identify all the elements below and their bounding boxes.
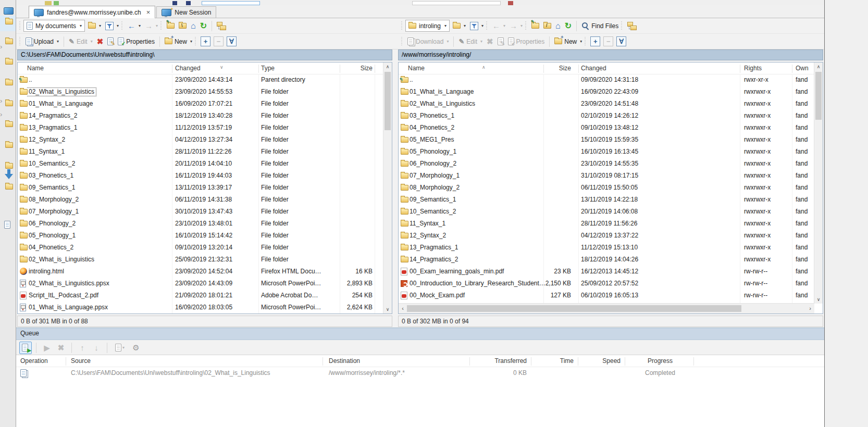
queue-preferences-button[interactable]: ⚙: [130, 342, 142, 354]
file-row[interactable]: 01_What_is_Language 16/09/2020 22:43:09 …: [399, 86, 814, 98]
file-row[interactable]: 13_Pragmatics_1 11/12/2019 13:57:19 File…: [18, 122, 383, 134]
toolbar-grip[interactable]: [525, 21, 527, 31]
toolbar-grip[interactable]: [486, 21, 488, 31]
file-row[interactable]: 07_Morphology_1 30/10/2019 13:47:43 File…: [18, 206, 383, 218]
file-row[interactable]: 05_Phonology_1 16/10/2019 16:13:45 rwxrw…: [399, 146, 814, 158]
file-row[interactable]: 11_Syntax_1 28/11/2019 11:56:26 rwxrwxr-…: [399, 218, 814, 230]
toolbar-grip[interactable]: [621, 21, 623, 31]
column-divider[interactable]: [172, 65, 172, 73]
remote-location-combo[interactable]: introling ▾: [405, 20, 450, 32]
local-root-directory-button[interactable]: \: [177, 20, 189, 32]
file-row[interactable]: 06_Phonology_2 23/10/2019 14:55:35 rwxrw…: [399, 158, 814, 170]
tree-view-button[interactable]: [215, 20, 228, 32]
file-row[interactable]: 14_Pragmatics_2 18/12/2019 14:04:26 rwxr…: [399, 254, 814, 266]
file-row[interactable]: 06_Phonology_2 23/10/2019 13:48:01 File …: [18, 218, 383, 230]
file-row[interactable]: 02_What_is_Linguistics 25/09/2019 21:32:…: [18, 254, 383, 266]
file-row[interactable]: 11_Syntax_1 28/11/2019 11:22:26 File fol…: [18, 146, 383, 158]
file-row[interactable]: 02_What_is_Linguistics 23/09/2020 14:51:…: [399, 98, 814, 110]
scroll-down-icon[interactable]: ∨: [383, 305, 392, 313]
local-open-directory-button[interactable]: ▾: [86, 20, 103, 32]
file-row[interactable]: 03_Phonetics_1 16/11/2019 19:44:03 File …: [18, 170, 383, 182]
file-row[interactable]: 14_Pragmatics_2 18/12/2019 13:40:28 File…: [18, 110, 383, 122]
column-header-owner[interactable]: Own: [796, 65, 809, 72]
close-icon[interactable]: ×: [146, 8, 151, 16]
column-header-operation[interactable]: Operation: [20, 357, 48, 365]
queue-show-button[interactable]: ▶: [19, 342, 32, 354]
select-add-button[interactable]: +: [201, 36, 210, 46]
remote-new-button[interactable]: ✦ New ▾: [552, 35, 584, 48]
file-row[interactable]: 01_What_is_Language 16/09/2020 17:07:21 …: [18, 98, 383, 110]
toolbar-grip[interactable]: [401, 37, 403, 46]
remote-select-add-button[interactable]: +: [590, 36, 600, 46]
file-row[interactable]: 04_Phonetics_2 09/10/2019 13:20:14 File …: [18, 242, 383, 254]
file-row[interactable]: 00_Exam_learning_goals_min.pdf 23 KB 16/…: [399, 266, 814, 278]
file-row[interactable]: 03_Phonetics_1 02/10/2019 14:26:12 rwxrw…: [399, 110, 814, 122]
file-row[interactable]: Script_ItL_Podcast_2.pdf 21/09/2020 18:0…: [18, 290, 383, 302]
file-row[interactable]: 08_Morphology_2 06/11/2019 15:50:05 rwxr…: [399, 182, 814, 194]
synchronize-browsing-button[interactable]: [625, 20, 639, 32]
toolbar-grip[interactable]: [401, 21, 403, 31]
column-header-size[interactable]: Size: [524, 65, 571, 72]
column-header-name[interactable]: Name: [408, 65, 425, 72]
remote-filter-button[interactable]: ▾: [468, 20, 486, 32]
column-header-speed[interactable]: Speed: [579, 357, 621, 365]
file-row[interactable]: 05_Phonology_1 16/10/2019 15:14:42 File …: [18, 230, 383, 242]
column-header-destination[interactable]: Destination: [329, 357, 360, 365]
file-row[interactable]: .. 23/09/2020 14:43:14 Parent directory: [18, 74, 383, 86]
scroll-up-icon[interactable]: ∧: [383, 62, 392, 71]
select-files-button[interactable]: ∀: [227, 36, 237, 46]
scroll-right-icon[interactable]: ›: [806, 304, 814, 313]
toolbar-grip[interactable]: [160, 21, 163, 31]
column-divider[interactable]: [543, 65, 544, 73]
delete-button[interactable]: ✖: [95, 35, 106, 48]
column-divider[interactable]: [469, 357, 470, 366]
edit-file-button[interactable]: ✎: [105, 35, 116, 48]
scroll-up-icon[interactable]: ∧: [814, 62, 823, 71]
scroll-left-icon[interactable]: ‹: [399, 304, 407, 313]
local-path-bar[interactable]: C:\Users\FAM\Documents\Uni\webstuff\intr…: [17, 49, 392, 60]
column-divider[interactable]: [375, 65, 375, 73]
properties-button[interactable]: ✓ Properties: [116, 35, 157, 48]
column-divider[interactable]: [625, 357, 625, 366]
find-files-button[interactable]: Find Files: [579, 20, 621, 32]
column-divider[interactable]: [693, 357, 694, 366]
column-divider[interactable]: [792, 65, 792, 73]
local-back-button[interactable]: ←▾: [126, 20, 143, 32]
file-row[interactable]: 12_Syntax_2 04/12/2019 13:37:22 rwxrwxr-…: [399, 230, 814, 242]
file-row[interactable]: 10_Semantics_2 20/11/2019 14:06:08 rwxrw…: [399, 206, 814, 218]
remote-refresh-button[interactable]: ↻: [563, 20, 574, 32]
local-refresh-button[interactable]: ↻: [198, 20, 209, 32]
toolbar-grip[interactable]: [195, 37, 197, 46]
column-divider[interactable]: [740, 65, 740, 73]
column-divider[interactable]: [258, 65, 259, 73]
file-row[interactable]: 00_Introduction_to_Library_Research_Stud…: [399, 278, 814, 290]
column-divider[interactable]: [531, 357, 531, 366]
scroll-down-icon[interactable]: ∨: [814, 295, 823, 304]
column-header-rights[interactable]: Rights: [744, 65, 762, 72]
column-header-size[interactable]: Size: [309, 65, 373, 72]
local-filter-button[interactable]: ▾: [103, 20, 121, 32]
toolbar-grip[interactable]: [585, 37, 587, 46]
file-row[interactable]: 07_Morphology_1 31/10/2019 08:17:15 rwxr…: [399, 170, 814, 182]
local-location-combo[interactable]: My documents ▾: [23, 20, 85, 32]
upload-button[interactable]: → Upload ▾: [23, 35, 61, 48]
column-header-time[interactable]: Time: [532, 357, 574, 365]
remote-parent-directory-button[interactable]: ↰: [529, 20, 541, 32]
remote-open-directory-button[interactable]: ▾: [451, 20, 468, 32]
scrollbar-thumb[interactable]: [815, 72, 822, 120]
new-button[interactable]: ✦ New ▾: [163, 35, 194, 48]
toolbar-grip[interactable]: [121, 21, 123, 31]
local-vertical-scrollbar[interactable]: ∧ ∨: [383, 62, 392, 313]
column-header-type[interactable]: Type: [261, 65, 275, 72]
file-row[interactable]: 02_What_is_Linguistics.ppsx 23/09/2020 1…: [18, 278, 383, 290]
column-divider[interactable]: [578, 65, 579, 73]
column-divider[interactable]: [340, 65, 340, 73]
local-home-button[interactable]: ⌂: [189, 20, 198, 32]
file-row[interactable]: 04_Phonetics_2 09/10/2019 13:48:12 rwxrw…: [399, 122, 814, 134]
file-row[interactable]: 01_What_is_Language.ppsx 16/09/2020 18:0…: [18, 302, 383, 313]
column-header-progress[interactable]: Progress: [631, 357, 689, 365]
file-row[interactable]: .. 09/09/2020 14:31:18 rwxr-xr-x fand: [399, 74, 814, 86]
column-header-changed[interactable]: Changed: [175, 65, 201, 72]
remote-root-directory-button[interactable]: /: [541, 20, 553, 32]
scrollbar-thumb[interactable]: [385, 72, 391, 130]
